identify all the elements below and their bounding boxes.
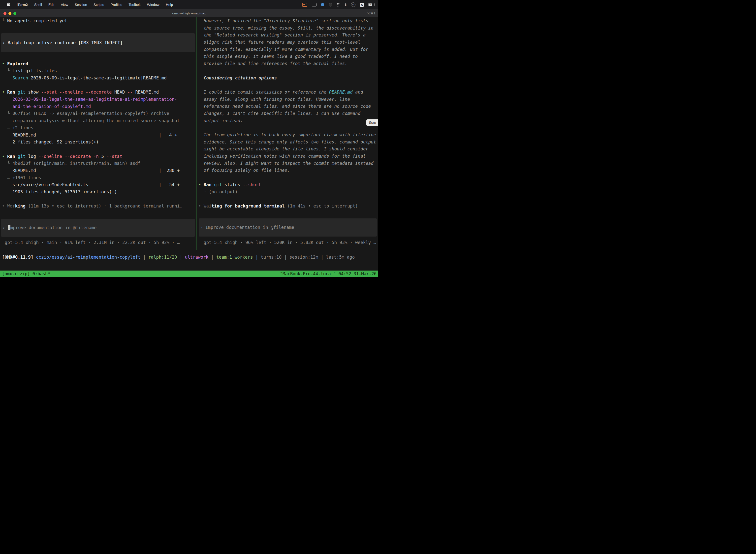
macos-menubar: iTerm2 Shell Edit View Session Scripts P…: [0, 0, 378, 9]
battery-icon[interactable]: 61: [368, 3, 375, 6]
working-spinner-line: • Working (11m 13s • esc to interrupt) ·…: [0, 203, 196, 210]
window-titlebar[interactable]: omx --xhigh --madmax ⌥⌘1: [0, 9, 378, 18]
grid-dots-icon[interactable]: [337, 3, 340, 6]
filename-line-2: and-the-erosion-of-copyleft.md: [0, 103, 196, 110]
no-output-line: └ (no output): [198, 188, 378, 196]
thinking-paragraph-line: evidence. Since this change only affects…: [198, 138, 378, 146]
menu-window[interactable]: Window: [144, 3, 163, 7]
screen-recording-indicator-icon[interactable]: [302, 3, 307, 7]
text-segment: README.md | 280 +: [2, 168, 180, 173]
text-segment: ultrawork: [185, 255, 208, 260]
text-segment: output instead.: [204, 118, 243, 123]
apple-icon: [7, 2, 10, 6]
text-segment: README.md | 4 +: [2, 132, 177, 137]
text-segment: review. Also, I might want to inspect th…: [204, 161, 374, 166]
tmux-session-window[interactable]: [omx-cczip] 0:bash*: [0, 271, 50, 276]
tmux-host-clock: "MacBook-Pro-44.local" 04:52 31-Mar-26: [280, 271, 378, 276]
menubar-menus: iTerm2 Shell Edit View Session Scripts P…: [0, 2, 176, 7]
ran-git-status-header: • Ran git status --short: [198, 181, 378, 188]
truncation-line: … +2 lines: [0, 124, 196, 131]
text-segment: • Wor: [2, 204, 15, 209]
text-segment: git ls-files: [23, 68, 57, 73]
menu-iterm2[interactable]: iTerm2: [13, 3, 31, 7]
text-segment: changes, I can't cite specific file line…: [204, 111, 360, 116]
text-segment: └ 4b9d30f (origin/main, instructkr/main,…: [2, 161, 140, 166]
menu-edit[interactable]: Edit: [45, 3, 58, 7]
text-segment: mprove documentation in @filename: [10, 225, 97, 230]
thinking-paragraph-line: of focusing solely on file lines.: [198, 167, 378, 174]
text-segment: --stat: [107, 154, 122, 159]
text-segment: companion file, especially if more comme…: [204, 47, 368, 52]
pane-divider-vertical[interactable]: [196, 17, 196, 250]
keyboard-icon[interactable]: [312, 3, 316, 6]
text-segment: Explored: [7, 61, 28, 66]
text-segment: and-the-erosion-of-copyleft.md: [2, 104, 91, 109]
text-segment: --oneline --decorate -n: [39, 154, 99, 159]
explored-search-line: Search 2026-03-09-is-legal-the-same-as-l…: [0, 74, 196, 82]
text-segment: turns:10 | session:12m | last:5m ago: [261, 255, 355, 260]
text-segment: |: [177, 255, 185, 260]
thinking-paragraph-line: references need actual files, and since …: [198, 103, 378, 110]
text-segment: ralph:11/20: [148, 255, 177, 260]
text-segment: Ran: [7, 154, 15, 159]
text-segment: |: [140, 255, 148, 260]
pane-divider-horizontal[interactable]: [0, 250, 378, 250]
screen-overlay-tooltip[interactable]: Scre: [366, 119, 378, 126]
text-segment: the "Related research writing" section i…: [204, 33, 366, 38]
thinking-paragraph-line: changes, I can't cite specific file line…: [198, 110, 378, 117]
text-segment: git: [214, 182, 222, 187]
text-segment: [2, 75, 12, 80]
text-segment: 5: [99, 154, 107, 159]
filename-line-1: 2026-03-09-is-legal-the-same-as-legitima…: [0, 96, 196, 103]
terminal-pane-right[interactable]: However, I noticed the "Directory Struct…: [198, 17, 378, 250]
app-circle-icon[interactable]: [329, 3, 332, 6]
gauge-icon[interactable]: 61: [351, 2, 356, 7]
menu-help[interactable]: Help: [163, 3, 176, 7]
badge-8-icon[interactable]: 8: [345, 3, 346, 6]
text-segment: (11m 13s • esc to interrupt) · 1 backgro…: [25, 204, 182, 209]
text-segment: However, I noticed the "Directory Struct…: [204, 18, 368, 23]
text-segment: Ran: [204, 182, 211, 187]
menu-profiles[interactable]: Profiles: [107, 3, 126, 7]
text-segment: └ (no output): [198, 189, 238, 195]
bluetooth-app-icon[interactable]: [321, 3, 324, 6]
thinking-paragraph-line: slight risk that future readers may over…: [198, 39, 378, 46]
thinking-paragraph-line: essay file, along with finding root file…: [198, 96, 378, 103]
prompt-input-left[interactable]: › Improve documentation in @filename: [1, 219, 195, 237]
text-segment: [OMX#0.11.9]: [2, 255, 36, 260]
tmux-status-bar: [omx-cczip] 0:bash* "MacBook-Pro-44.loca…: [0, 271, 378, 277]
thinking-paragraph-line: companion file, especially if more comme…: [198, 46, 378, 53]
text-segment: I could cite commit statistics or refere…: [204, 90, 329, 95]
prompt-input-right[interactable]: › Improve documentation in @filename: [199, 218, 377, 236]
menu-toolbelt[interactable]: Toolbelt: [126, 3, 144, 7]
menu-shell[interactable]: Shell: [31, 3, 45, 7]
thinking-paragraph-line: review. Also, I might want to inspect th…: [198, 160, 378, 167]
diffstat-summary-line: 2 files changed, 92 insertions(+): [0, 138, 196, 146]
ran-git-log-header: • Ran git log --oneline --decorate -n 5 …: [0, 153, 196, 160]
log-diffstat-line-2: src/voice/voiceModeEnabled.ts | 54 +: [0, 181, 196, 188]
text-segment: 2026-03-09-is-legal-the-same-as-legitima…: [28, 75, 167, 80]
text-segment: ›: [2, 40, 8, 45]
text-segment: README.md: [329, 90, 353, 95]
text-segment: ting for background terminal: [211, 204, 285, 209]
input-source-icon[interactable]: A: [360, 3, 364, 7]
text-segment: I: [8, 225, 10, 230]
thinking-paragraph-line: the "Related research writing" section i…: [198, 32, 378, 39]
text-segment: Search: [12, 75, 28, 80]
apple-menu[interactable]: [3, 2, 13, 7]
thinking-paragraph-line: output instead.: [198, 117, 378, 124]
terminal-pane-left[interactable]: └ No agents completed yet › Ralph loop a…: [0, 17, 196, 250]
menu-session[interactable]: Session: [71, 3, 90, 7]
menu-view[interactable]: View: [58, 3, 71, 7]
text-segment: •: [2, 61, 7, 66]
text-segment: … +1901 lines: [2, 175, 41, 180]
agents-status-line: └ No agents completed yet: [0, 17, 196, 24]
text-segment: •: [2, 90, 7, 95]
menu-scripts[interactable]: Scripts: [90, 3, 107, 7]
commit-message-line: companion analysis without altering the …: [0, 117, 196, 124]
model-statusline-left: gpt-5.4 xhigh · main · 91% left · 2.31M …: [0, 239, 196, 246]
text-segment: README.md: [133, 90, 159, 95]
thinking-paragraph-line: this single essay, it seems like a good …: [198, 53, 378, 60]
text-segment: evidence. Since this change only affects…: [204, 140, 376, 145]
desktop-screen: iTerm2 Shell Edit View Session Scripts P…: [0, 0, 378, 277]
